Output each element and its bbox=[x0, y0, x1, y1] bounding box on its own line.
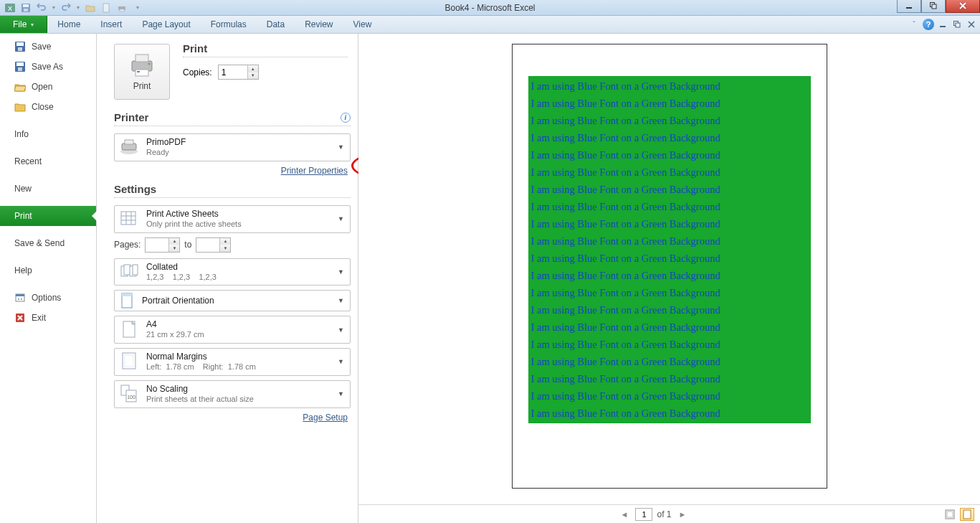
new-icon[interactable] bbox=[99, 1, 113, 14]
scaling-dropdown[interactable]: 100 No ScalingPrint sheets at their actu… bbox=[114, 380, 351, 408]
preview-line: I am using Blue Font on a Green Backgrou… bbox=[528, 77, 811, 95]
open-folder-icon[interactable] bbox=[83, 1, 97, 14]
tab-data[interactable]: Data bbox=[257, 16, 295, 33]
preview-line: I am using Blue Font on a Green Backgrou… bbox=[528, 370, 811, 387]
tab-review[interactable]: Review bbox=[295, 16, 343, 33]
svg-rect-3 bbox=[23, 4, 29, 7]
pages-from-input[interactable] bbox=[146, 238, 168, 252]
svg-rect-32 bbox=[125, 140, 133, 144]
nav-savesend[interactable]: Save & Send bbox=[0, 233, 96, 253]
chevron-down-icon: ▼ bbox=[336, 297, 346, 304]
page-setup-link[interactable]: Page Setup bbox=[303, 413, 348, 423]
copies-spinner[interactable]: ▲▼ bbox=[218, 65, 259, 80]
spinner-up-icon[interactable]: ▲ bbox=[169, 238, 179, 245]
help-icon[interactable]: ? bbox=[923, 19, 934, 30]
workbook-close-icon[interactable] bbox=[966, 19, 977, 30]
spinner-down-icon[interactable]: ▼ bbox=[220, 245, 230, 252]
nav-label: Exit bbox=[32, 313, 46, 323]
dd-title: Portrait Orientation bbox=[142, 296, 329, 306]
pages-to-spinner[interactable]: ▲▼ bbox=[196, 237, 231, 253]
papersize-dropdown[interactable]: A421 cm x 29.7 cm ▼ bbox=[114, 316, 351, 344]
chevron-down-icon: ▼ bbox=[336, 390, 346, 397]
tab-file[interactable]: File bbox=[0, 16, 47, 33]
tab-home[interactable]: Home bbox=[47, 16, 90, 33]
prev-page-button[interactable]: ◄ bbox=[618, 510, 632, 519]
nav-save[interactable]: Save bbox=[0, 37, 96, 57]
page-icon bbox=[119, 320, 139, 340]
nav-recent[interactable]: Recent bbox=[0, 151, 96, 171]
excel-app-icon[interactable]: X bbox=[3, 1, 17, 14]
redo-icon[interactable] bbox=[59, 1, 73, 14]
preview-line: I am using Blue Font on a Green Backgrou… bbox=[528, 164, 811, 181]
print-settings-panel: Print Print Copies: ▲▼ Printeri PrimoPDF… bbox=[97, 34, 358, 523]
maximize-button[interactable] bbox=[921, 0, 946, 13]
info-icon[interactable]: i bbox=[341, 113, 351, 123]
printer-properties-link[interactable]: Printer Properties bbox=[281, 166, 348, 176]
tab-pagelayout[interactable]: Page Layout bbox=[132, 16, 200, 33]
print-quick-icon[interactable] bbox=[115, 1, 129, 14]
svg-rect-12 bbox=[940, 26, 946, 27]
workbook-restore-icon[interactable] bbox=[951, 19, 963, 30]
save-icon bbox=[14, 41, 26, 52]
printer-dropdown[interactable]: PrimoPDFReady ▼ bbox=[114, 133, 351, 161]
printer-status: Ready bbox=[146, 148, 329, 158]
svg-rect-9 bbox=[906, 7, 912, 9]
spinner-up-icon[interactable]: ▲ bbox=[220, 238, 230, 245]
nav-close[interactable]: Close bbox=[0, 97, 96, 117]
qat-dropdown-icon[interactable]: ▼ bbox=[50, 1, 57, 14]
printer-name: PrimoPDF bbox=[146, 137, 329, 148]
svg-point-23 bbox=[21, 298, 22, 300]
print-heading: Print bbox=[183, 42, 348, 57]
next-page-button[interactable]: ► bbox=[676, 510, 690, 519]
spinner-down-icon[interactable]: ▼ bbox=[248, 72, 258, 80]
nav-label: Save bbox=[32, 42, 51, 52]
copies-input[interactable] bbox=[219, 65, 247, 79]
spinner-up-icon[interactable]: ▲ bbox=[248, 65, 258, 72]
svg-rect-11 bbox=[932, 4, 936, 9]
margins-dropdown[interactable]: Normal MarginsLeft: 1.78 cm Right: 1.78 … bbox=[114, 348, 351, 376]
dd-sub: 1,2,3 1,2,3 1,2,3 bbox=[146, 273, 329, 283]
ribbon-tabs: File Home Insert Page Layout Formulas Da… bbox=[0, 16, 980, 34]
nav-print[interactable]: Print bbox=[0, 206, 96, 226]
tab-insert[interactable]: Insert bbox=[90, 16, 132, 33]
ribbon-minimize-icon[interactable]: ˇ bbox=[908, 19, 920, 30]
print-what-dropdown[interactable]: Print Active SheetsOnly print the active… bbox=[114, 205, 351, 233]
nav-open[interactable]: Open bbox=[0, 77, 96, 97]
qat-customize-icon[interactable]: ▾ bbox=[130, 1, 145, 14]
nav-info[interactable]: Info bbox=[0, 124, 96, 144]
preview-line: I am using Blue Font on a Green Backgrou… bbox=[528, 301, 811, 319]
show-margins-button[interactable] bbox=[943, 508, 957, 521]
pages-to-input[interactable] bbox=[196, 238, 219, 252]
save-icon[interactable] bbox=[19, 1, 33, 14]
preview-line: I am using Blue Font on a Green Backgrou… bbox=[528, 319, 811, 336]
orientation-dropdown[interactable]: Portrait Orientation ▼ bbox=[114, 290, 351, 311]
minimize-button[interactable] bbox=[897, 0, 921, 13]
margins-icon bbox=[119, 352, 139, 372]
undo-icon[interactable] bbox=[34, 1, 49, 14]
workbook-minimize-icon[interactable] bbox=[937, 19, 948, 30]
nav-help[interactable]: Help bbox=[0, 260, 96, 281]
pages-label: Pages: bbox=[114, 240, 141, 250]
exit-icon bbox=[14, 312, 26, 324]
svg-rect-33 bbox=[121, 212, 135, 225]
preview-line: I am using Blue Font on a Green Backgrou… bbox=[528, 95, 811, 112]
dd-sub: 21 cm x 29.7 cm bbox=[146, 330, 329, 340]
sheets-icon bbox=[119, 209, 139, 229]
tab-formulas[interactable]: Formulas bbox=[201, 16, 257, 33]
nav-new[interactable]: New bbox=[0, 179, 96, 199]
collate-dropdown[interactable]: Collated1,2,3 1,2,3 1,2,3 ▼ bbox=[114, 258, 351, 286]
page-current-input[interactable] bbox=[635, 508, 652, 521]
open-icon bbox=[14, 81, 26, 93]
zoom-to-page-button[interactable] bbox=[960, 508, 974, 521]
close-button[interactable] bbox=[946, 0, 980, 13]
copies-label: Copies: bbox=[183, 67, 212, 77]
tab-view[interactable]: View bbox=[343, 16, 382, 33]
nav-exit[interactable]: Exit bbox=[0, 308, 96, 328]
spinner-down-icon[interactable]: ▼ bbox=[169, 245, 179, 252]
preview-line: I am using Blue Font on a Green Backgrou… bbox=[528, 267, 811, 284]
qat-dropdown-icon[interactable]: ▼ bbox=[75, 1, 82, 14]
print-button[interactable]: Print bbox=[114, 44, 170, 100]
nav-options[interactable]: Options bbox=[0, 288, 96, 308]
pages-from-spinner[interactable]: ▲▼ bbox=[145, 237, 180, 253]
nav-saveas[interactable]: Save As bbox=[0, 57, 96, 77]
